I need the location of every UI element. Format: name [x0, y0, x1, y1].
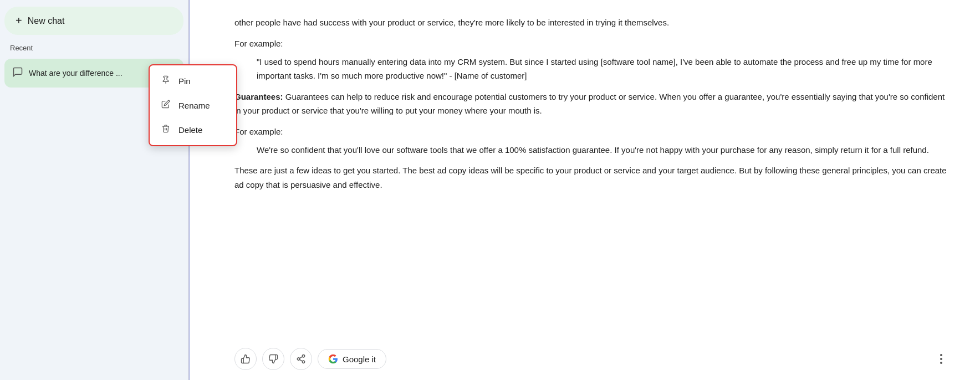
- quote-2: We're so confident that you'll love our …: [257, 143, 947, 157]
- rename-menu-item[interactable]: Rename: [150, 93, 236, 117]
- chat-list-item[interactable]: What are your difference ... ⋮ Pin: [4, 59, 183, 88]
- quote-1: "I used to spend hours manually entering…: [257, 55, 947, 83]
- new-chat-label: New chat: [28, 16, 65, 26]
- closing-paragraph: These are just a few ideas to get you st…: [234, 163, 947, 192]
- pin-icon: [161, 75, 171, 86]
- share-button[interactable]: [290, 348, 312, 370]
- trash-icon: [161, 124, 171, 135]
- guarantees-label: Guarantees:: [234, 92, 283, 101]
- google-logo: [328, 354, 338, 364]
- svg-point-2: [297, 358, 300, 361]
- thumbs-up-button[interactable]: [234, 348, 257, 370]
- dot-3: [940, 362, 942, 364]
- pin-menu-item[interactable]: Pin: [150, 69, 236, 93]
- guarantees-paragraph: Guarantees: Guarantees can help to reduc…: [234, 90, 947, 118]
- svg-line-5: [299, 357, 302, 358]
- svg-point-1: [302, 355, 305, 358]
- main-panel: other people have had success with your …: [190, 0, 980, 380]
- more-options-main-button[interactable]: [936, 350, 947, 368]
- recent-label: Recent: [4, 42, 183, 54]
- content-area: other people have had success with your …: [190, 0, 980, 338]
- delete-menu-item[interactable]: Delete: [150, 117, 236, 142]
- thumbs-down-icon: [268, 354, 278, 364]
- google-it-button[interactable]: Google it: [318, 349, 386, 369]
- paragraph-1: other people have had success with your …: [234, 16, 947, 30]
- pin-label: Pin: [178, 76, 191, 86]
- share-icon: [296, 354, 306, 364]
- context-menu: Pin Rename: [149, 64, 237, 146]
- edit-icon: [161, 100, 171, 111]
- delete-label: Delete: [178, 125, 202, 135]
- google-it-label: Google it: [343, 355, 376, 364]
- dot-2: [940, 358, 942, 360]
- thumbs-up-icon: [241, 354, 251, 364]
- plus-icon: +: [16, 14, 22, 27]
- chat-item-text: What are your difference ...: [29, 69, 122, 78]
- svg-line-4: [299, 360, 302, 361]
- sidebar: + New chat Recent What are your differen…: [0, 0, 188, 380]
- action-bar: Google it: [190, 338, 980, 380]
- rename-label: Rename: [178, 101, 210, 110]
- svg-point-3: [302, 361, 305, 363]
- guarantees-text: Guarantees can help to reduce risk and e…: [234, 92, 945, 116]
- chat-item-left: What are your difference ...: [12, 66, 160, 80]
- for-example-1: For example:: [234, 39, 947, 48]
- dot-1: [940, 354, 942, 356]
- for-example-2: For example:: [234, 127, 947, 136]
- chat-bubble-icon: [12, 66, 23, 80]
- thumbs-down-button[interactable]: [262, 348, 284, 370]
- new-chat-button[interactable]: + New chat: [4, 7, 183, 35]
